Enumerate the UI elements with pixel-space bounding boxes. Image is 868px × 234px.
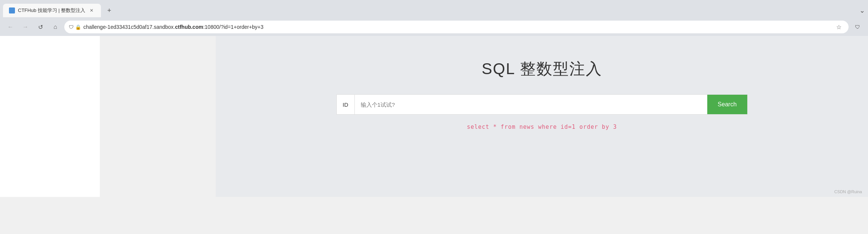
page-content: SQL 整数型注入 ID Search select * from news w… [216, 36, 868, 197]
active-tab[interactable]: CTFHub 技能学习 | 整数型注入 ✕ [3, 4, 101, 17]
browser-chrome: CTFHub 技能学习 | 整数型注入 ✕ + ⌄ ← → ↺ ⌂ 🛡 🔒 ch… [0, 0, 868, 36]
page-title: SQL 整数型注入 [481, 58, 602, 79]
address-bar-row: ← → ↺ ⌂ 🛡 🔒 challenge-1ed33431c5d0af17.s… [0, 18, 868, 36]
lock-icon: 🔒 [75, 24, 81, 30]
url-suffix: :10800/?id=1+order+by+3 [203, 24, 264, 30]
security-icon: 🛡 🔒 [69, 24, 81, 30]
shield-left-icon: 🛡 [69, 24, 74, 30]
address-bar[interactable]: 🛡 🔒 challenge-1ed33431c5d0af17.sandbox.c… [64, 21, 849, 33]
address-text: challenge-1ed33431c5d0af17.sandbox.ctfhu… [83, 24, 831, 30]
search-form: ID Search [336, 94, 748, 115]
url-prefix: challenge-1ed33431c5d0af17.sandbox. [83, 24, 175, 30]
reload-button[interactable]: ↺ [34, 21, 46, 33]
sql-result: select * from news where id=1 order by 3 [467, 124, 617, 130]
search-button[interactable]: Search [707, 95, 747, 114]
forward-button[interactable]: → [19, 21, 31, 33]
url-domain: ctfhub.com [175, 24, 203, 30]
left-white-panel [0, 36, 100, 197]
id-label: ID [337, 95, 355, 114]
back-button[interactable]: ← [4, 21, 16, 33]
tab-bar: CTFHub 技能学习 | 整数型注入 ✕ + ⌄ [0, 0, 868, 18]
tab-overflow-button[interactable]: ⌄ [859, 6, 865, 15]
right-icons: 🛡 [852, 21, 864, 33]
tab-favicon [9, 7, 15, 13]
bookmark-button[interactable]: ☆ [834, 22, 844, 32]
search-input[interactable] [355, 95, 707, 114]
page-wrapper: SQL 整数型注入 ID Search select * from news w… [0, 36, 868, 197]
tab-title: CTFHub 技能学习 | 整数型注入 [18, 7, 85, 14]
shield-right-icon[interactable]: 🛡 [852, 21, 864, 33]
new-tab-button[interactable]: + [104, 5, 114, 16]
tab-close-button[interactable]: ✕ [88, 7, 95, 14]
footer-credit: CSDN @Ruina [834, 189, 862, 194]
home-button[interactable]: ⌂ [49, 21, 61, 33]
